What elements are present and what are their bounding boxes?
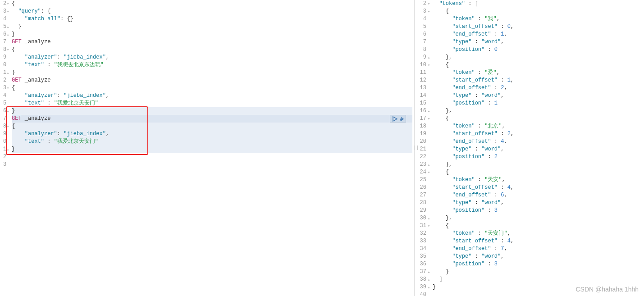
request-action-toolbar: [390, 115, 406, 123]
svg-marker-0: [393, 117, 397, 121]
response-pane[interactable]: 2▾3▾456789▴10▾111213141516▴17▾1819202122…: [417, 0, 644, 296]
request-editor-pane[interactable]: 2▾3▾45▴6▴78▾901▴23▾456▴78▾901▴23 { "quer…: [0, 0, 415, 296]
line-gutter: 2▾3▾456789▴10▾111213141516▴17▾1819202122…: [417, 0, 431, 296]
request-code[interactable]: { "query": { "match_all": {} }}GET _anal…: [12, 0, 414, 168]
settings-icon[interactable]: [398, 116, 404, 122]
watermark: CSDN @hahaha 1hhh: [575, 286, 639, 293]
line-gutter: 2▾3▾45▴6▴78▾901▴23▾456▴78▾901▴23: [0, 0, 10, 168]
response-code[interactable]: "tokens" : [ { "token" : "我", "start_off…: [433, 0, 644, 296]
run-request-icon[interactable]: [392, 116, 397, 122]
